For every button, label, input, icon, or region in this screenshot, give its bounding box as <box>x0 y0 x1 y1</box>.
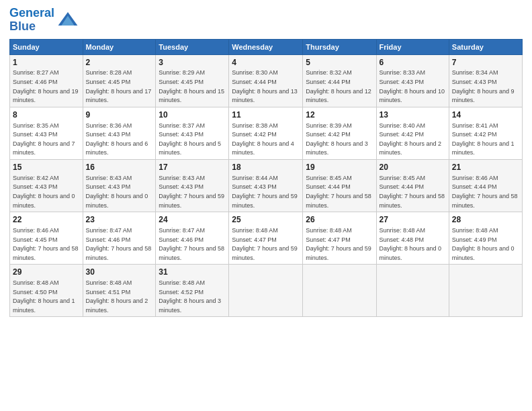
day-info: Sunrise: 8:38 AMSunset: 4:42 PMDaylight:… <box>232 122 294 156</box>
day-number: 22 <box>13 214 80 226</box>
calendar-cell: 7Sunrise: 8:34 AMSunset: 4:43 PMDaylight… <box>449 54 522 107</box>
day-info: Sunrise: 8:48 AMSunset: 4:50 PMDaylight:… <box>13 279 75 314</box>
calendar-cell: 20Sunrise: 8:45 AMSunset: 4:44 PMDayligh… <box>376 159 449 212</box>
day-number: 6 <box>380 57 446 68</box>
day-info: Sunrise: 8:47 AMSunset: 4:46 PMDaylight:… <box>86 227 152 261</box>
day-number: 9 <box>86 109 153 121</box>
calendar-cell: 2Sunrise: 8:28 AMSunset: 4:45 PMDaylight… <box>83 54 156 107</box>
calendar-cell: 12Sunrise: 8:39 AMSunset: 4:42 PMDayligh… <box>303 107 376 159</box>
day-number: 13 <box>380 109 446 121</box>
calendar-table: SundayMondayTuesdayWednesdayThursdayFrid… <box>9 39 523 318</box>
day-number: 28 <box>452 214 519 226</box>
day-info: Sunrise: 8:34 AMSunset: 4:43 PMDaylight:… <box>452 69 515 103</box>
calendar-cell: 30Sunrise: 8:48 AMSunset: 4:51 PMDayligh… <box>83 265 156 317</box>
day-number: 30 <box>86 267 153 278</box>
day-info: Sunrise: 8:48 AMSunset: 4:47 PMDaylight:… <box>232 227 298 261</box>
logo-icon <box>57 9 79 31</box>
calendar-cell: 14Sunrise: 8:41 AMSunset: 4:42 PMDayligh… <box>449 107 522 159</box>
day-number: 25 <box>232 214 300 226</box>
calendar-cell: 8Sunrise: 8:35 AMSunset: 4:43 PMDaylight… <box>10 107 83 159</box>
day-info: Sunrise: 8:48 AMSunset: 4:52 PMDaylight:… <box>159 279 221 314</box>
day-info: Sunrise: 8:43 AMSunset: 4:43 PMDaylight:… <box>86 175 148 209</box>
day-info: Sunrise: 8:48 AMSunset: 4:51 PMDaylight:… <box>86 279 148 314</box>
calendar-cell: 1Sunrise: 8:27 AMSunset: 4:46 PMDaylight… <box>10 54 83 107</box>
day-number: 17 <box>159 162 226 173</box>
calendar-cell: 24Sunrise: 8:47 AMSunset: 4:46 PMDayligh… <box>156 212 229 265</box>
day-number: 26 <box>306 214 373 226</box>
day-number: 5 <box>306 57 373 68</box>
day-number: 24 <box>159 214 226 226</box>
day-info: Sunrise: 8:40 AMSunset: 4:42 PMDaylight:… <box>380 122 442 156</box>
day-number: 27 <box>380 214 446 226</box>
day-info: Sunrise: 8:29 AMSunset: 4:45 PMDaylight:… <box>159 69 224 103</box>
calendar-cell <box>449 265 522 317</box>
calendar-cell: 28Sunrise: 8:48 AMSunset: 4:49 PMDayligh… <box>449 212 522 265</box>
calendar-cell <box>376 265 449 317</box>
calendar-cell <box>229 265 303 317</box>
logo: General Blue <box>9 7 79 34</box>
calendar-cell: 19Sunrise: 8:45 AMSunset: 4:44 PMDayligh… <box>303 159 376 212</box>
day-info: Sunrise: 8:48 AMSunset: 4:47 PMDaylight:… <box>306 227 371 261</box>
day-number: 10 <box>159 109 226 121</box>
week-row-4: 29Sunrise: 8:48 AMSunset: 4:50 PMDayligh… <box>10 265 523 317</box>
calendar-cell: 13Sunrise: 8:40 AMSunset: 4:42 PMDayligh… <box>376 107 449 159</box>
day-info: Sunrise: 8:27 AMSunset: 4:46 PMDaylight:… <box>13 69 79 103</box>
calendar-cell: 27Sunrise: 8:48 AMSunset: 4:48 PMDayligh… <box>376 212 449 265</box>
page-container: General Blue SundayMondayTuesdayWednesda… <box>0 0 532 324</box>
calendar-cell: 22Sunrise: 8:46 AMSunset: 4:45 PMDayligh… <box>10 212 83 265</box>
day-info: Sunrise: 8:45 AMSunset: 4:44 PMDaylight:… <box>306 175 371 209</box>
day-number: 18 <box>232 162 300 173</box>
day-number: 29 <box>13 267 80 278</box>
calendar-cell: 29Sunrise: 8:48 AMSunset: 4:50 PMDayligh… <box>10 265 83 317</box>
day-info: Sunrise: 8:47 AMSunset: 4:46 PMDaylight:… <box>159 227 224 261</box>
header-tuesday: Tuesday <box>156 39 229 54</box>
header: General Blue <box>9 7 523 34</box>
day-info: Sunrise: 8:43 AMSunset: 4:43 PMDaylight:… <box>159 175 224 209</box>
calendar-cell: 23Sunrise: 8:47 AMSunset: 4:46 PMDayligh… <box>83 212 156 265</box>
calendar-cell: 6Sunrise: 8:33 AMSunset: 4:43 PMDaylight… <box>376 54 449 107</box>
day-number: 23 <box>86 214 153 226</box>
day-number: 15 <box>13 162 80 173</box>
day-info: Sunrise: 8:35 AMSunset: 4:43 PMDaylight:… <box>13 122 75 156</box>
day-info: Sunrise: 8:42 AMSunset: 4:43 PMDaylight:… <box>13 175 75 209</box>
day-number: 8 <box>13 109 80 121</box>
calendar-cell: 18Sunrise: 8:44 AMSunset: 4:43 PMDayligh… <box>229 159 303 212</box>
day-info: Sunrise: 8:28 AMSunset: 4:45 PMDaylight:… <box>86 69 152 103</box>
calendar-cell: 9Sunrise: 8:36 AMSunset: 4:43 PMDaylight… <box>83 107 156 159</box>
day-number: 2 <box>86 57 153 68</box>
day-number: 16 <box>86 162 153 173</box>
week-row-0: 1Sunrise: 8:27 AMSunset: 4:46 PMDaylight… <box>10 54 523 107</box>
day-number: 20 <box>380 162 446 173</box>
day-info: Sunrise: 8:46 AMSunset: 4:44 PMDaylight:… <box>452 175 518 209</box>
header-friday: Friday <box>376 39 449 54</box>
calendar-cell: 26Sunrise: 8:48 AMSunset: 4:47 PMDayligh… <box>303 212 376 265</box>
day-info: Sunrise: 8:44 AMSunset: 4:43 PMDaylight:… <box>232 175 298 209</box>
day-number: 7 <box>452 57 519 68</box>
calendar-cell: 17Sunrise: 8:43 AMSunset: 4:43 PMDayligh… <box>156 159 229 212</box>
calendar-cell: 10Sunrise: 8:37 AMSunset: 4:43 PMDayligh… <box>156 107 229 159</box>
calendar-cell: 4Sunrise: 8:30 AMSunset: 4:44 PMDaylight… <box>229 54 303 107</box>
calendar-cell: 31Sunrise: 8:48 AMSunset: 4:52 PMDayligh… <box>156 265 229 317</box>
calendar-cell: 16Sunrise: 8:43 AMSunset: 4:43 PMDayligh… <box>83 159 156 212</box>
header-thursday: Thursday <box>303 39 376 54</box>
header-wednesday: Wednesday <box>229 39 303 54</box>
day-info: Sunrise: 8:32 AMSunset: 4:44 PMDaylight:… <box>306 69 371 103</box>
day-info: Sunrise: 8:48 AMSunset: 4:49 PMDaylight:… <box>452 227 515 261</box>
calendar-cell: 3Sunrise: 8:29 AMSunset: 4:45 PMDaylight… <box>156 54 229 107</box>
day-info: Sunrise: 8:48 AMSunset: 4:48 PMDaylight:… <box>380 227 442 261</box>
day-number: 3 <box>159 57 226 68</box>
day-number: 14 <box>452 109 519 121</box>
calendar-cell <box>303 265 376 317</box>
header-monday: Monday <box>83 39 156 54</box>
day-info: Sunrise: 8:39 AMSunset: 4:42 PMDaylight:… <box>306 122 368 156</box>
day-info: Sunrise: 8:41 AMSunset: 4:42 PMDaylight:… <box>452 122 515 156</box>
calendar-cell: 25Sunrise: 8:48 AMSunset: 4:47 PMDayligh… <box>229 212 303 265</box>
logo-text: General Blue <box>9 7 54 34</box>
day-number: 21 <box>452 162 519 173</box>
day-info: Sunrise: 8:36 AMSunset: 4:43 PMDaylight:… <box>86 122 148 156</box>
calendar-cell: 11Sunrise: 8:38 AMSunset: 4:42 PMDayligh… <box>229 107 303 159</box>
day-number: 11 <box>232 109 300 121</box>
day-info: Sunrise: 8:33 AMSunset: 4:43 PMDaylight:… <box>380 69 445 103</box>
day-number: 4 <box>232 57 300 68</box>
day-info: Sunrise: 8:37 AMSunset: 4:43 PMDaylight:… <box>159 122 221 156</box>
